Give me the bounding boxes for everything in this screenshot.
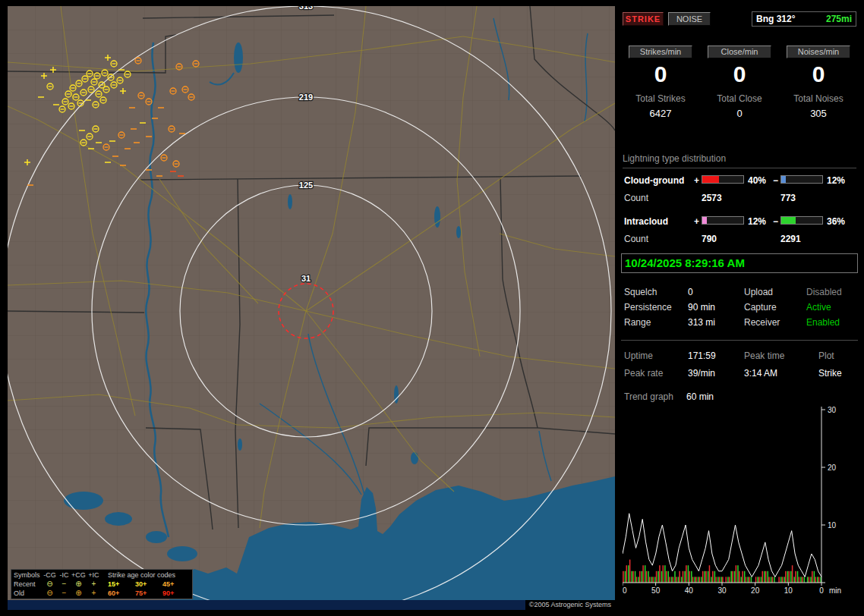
svg-text:10: 10	[784, 586, 793, 595]
range-ring-label: 219	[299, 93, 313, 102]
receiver-label: Receiver	[744, 317, 780, 328]
intracloud-negative-count: 2291	[780, 234, 801, 244]
age-15: 15+	[108, 580, 135, 588]
minus-sign: −	[773, 175, 778, 186]
count-label: Count	[624, 193, 648, 203]
map-legend: Symbols -CG -IC +CG +IC Strike age color…	[11, 569, 193, 599]
pos-cg-old-icon: ⊕	[71, 589, 86, 597]
bar-fill	[702, 217, 707, 224]
svg-text:0: 0	[819, 586, 824, 595]
bearing-value: Bng 312°	[756, 14, 795, 24]
total-close-value: 0	[700, 108, 779, 119]
cloud-ground-negative-bar	[780, 175, 823, 184]
settings-row-squelch: Squelch 0 Upload Disabled	[624, 287, 856, 299]
pos-ic-recent-icon: +	[86, 580, 102, 588]
bar-fill	[781, 217, 796, 224]
noise-indicator-button[interactable]: NOISE	[668, 12, 711, 26]
age-75: 75+	[135, 589, 162, 597]
map-bottom-bar	[8, 600, 615, 610]
svg-text:40: 40	[685, 586, 694, 595]
noises-rate-column: Noises/min 0 Total Noises 305	[779, 46, 858, 119]
alarm-ring-label: 31	[301, 274, 311, 283]
plus-sign: +	[694, 175, 699, 186]
distribution-section-title: Lightning type distribution	[623, 153, 856, 168]
plot-value: Strike	[818, 368, 842, 379]
age-60: 60+	[108, 589, 135, 597]
squelch-value: 0	[688, 287, 693, 297]
svg-text:30: 30	[717, 586, 727, 595]
total-noises-label: Total Noises	[779, 93, 858, 104]
plus-sign: +	[694, 216, 699, 227]
trend-graph-label: Trend graph	[624, 391, 673, 402]
close-per-min-value: 0	[700, 61, 779, 87]
svg-text:20: 20	[828, 464, 837, 472]
map-view[interactable]: 31321912531 Symbols -CG -IC +CG +IC Stri…	[8, 6, 615, 610]
strikes-per-min-value: 0	[621, 61, 700, 87]
persistence-label: Persistence	[624, 302, 672, 313]
neg-cg-recent-icon: ⊖	[43, 580, 57, 588]
neg-ic-recent-icon: −	[57, 580, 71, 588]
neg-cg-old-icon: ⊖	[43, 589, 57, 597]
svg-text:10: 10	[828, 521, 837, 530]
range-label: Range	[624, 317, 651, 328]
bar-fill	[702, 176, 719, 183]
count-label: Count	[624, 234, 648, 244]
peak-rate-label: Peak rate	[624, 368, 663, 379]
neg-ic-old-icon: −	[57, 589, 71, 597]
intracloud-negative-pct: 36%	[827, 216, 845, 227]
pos-ic-old-icon: +	[86, 589, 102, 597]
intracloud-positive-bar	[702, 216, 744, 225]
cloud-ground-row: Cloud-ground + 40% − 12%	[624, 174, 856, 187]
cloud-ground-positive-count: 2573	[702, 193, 722, 203]
legend-symbols-header: Symbols	[14, 571, 43, 579]
upload-status: Disabled	[806, 287, 842, 297]
cloud-ground-count-row: Count 2573 773	[624, 193, 856, 205]
legend-old-label: Old	[14, 589, 43, 597]
persistence-value: 90 min	[688, 302, 715, 313]
peak-time-value: 3:14 AM	[744, 368, 777, 379]
peak-time-label: Peak time	[744, 350, 784, 361]
intracloud-negative-bar	[780, 216, 823, 225]
app-window: 31321912531 Symbols -CG -IC +CG +IC Stri…	[0, 0, 864, 616]
settings-row-persistence: Persistence 90 min Capture Active	[624, 302, 856, 314]
legend-col-neg-ic: -IC	[57, 571, 71, 579]
pos-cg-recent-icon: ⊕	[71, 580, 86, 588]
legend-col-pos-cg: +CG	[71, 571, 86, 579]
copyright-text: ©2005 Astrogenic Systems	[525, 600, 615, 610]
minus-sign: −	[773, 216, 778, 227]
bar-fill	[781, 176, 786, 183]
intracloud-row: Intracloud + 12% − 36%	[624, 215, 856, 228]
peak-rate-value: 39/min	[688, 368, 715, 379]
strike-indicator-button[interactable]: STRIKE	[623, 12, 664, 26]
trend-window-value: 60 min	[686, 391, 714, 402]
legend-col-pos-ic: +IC	[86, 571, 102, 579]
svg-text:min: min	[829, 586, 841, 595]
strikes-per-min-button[interactable]: Strikes/min	[629, 46, 692, 58]
capture-label: Capture	[744, 302, 777, 313]
total-noises-value: 305	[779, 108, 858, 119]
legend-col-neg-cg: -CG	[43, 571, 57, 579]
uptime-row: Uptime 171:59 Peak time Plot	[624, 350, 856, 363]
strikes-rate-column: Strikes/min 0 Total Strikes 6427	[621, 46, 700, 119]
peak-rate-row: Peak rate 39/min 3:14 AM Strike	[624, 368, 856, 380]
map-canvas: 31321912531	[8, 6, 615, 610]
distance-value: 275mi	[826, 14, 852, 24]
noises-per-min-button[interactable]: Noises/min	[787, 46, 850, 58]
age-45: 45+	[162, 580, 190, 588]
cloud-ground-positive-pct: 40%	[748, 175, 766, 186]
status-panel: STRIKE NOISE Bng 312° 275mi Strikes/min …	[621, 6, 858, 610]
total-strikes-value: 6427	[621, 108, 700, 119]
close-per-min-button[interactable]: Close/min	[708, 46, 771, 58]
svg-text:30: 30	[828, 407, 837, 414]
datetime-display: 10/24/2025 8:29:16 AM	[621, 253, 858, 273]
range-value: 313 mi	[688, 317, 715, 328]
range-ring-label: 125	[299, 181, 313, 190]
intracloud-label: Intracloud	[624, 216, 668, 227]
close-rate-column: Close/min 0 Total Close 0	[700, 46, 779, 119]
bearing-display: Bng 312° 275mi	[752, 11, 856, 27]
age-90: 90+	[162, 589, 190, 597]
uptime-label: Uptime	[624, 350, 653, 361]
divider	[621, 340, 858, 341]
intracloud-count-row: Count 790 2291	[624, 234, 856, 246]
cloud-ground-label: Cloud-ground	[624, 175, 684, 186]
